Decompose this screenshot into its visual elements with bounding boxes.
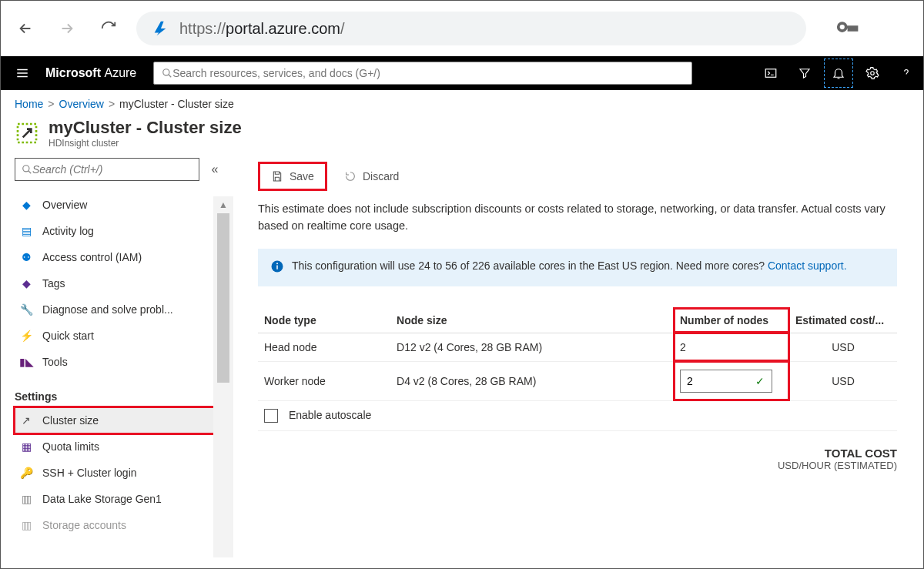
cluster-size-icon xyxy=(15,121,39,146)
settings-icon[interactable] xyxy=(855,56,889,90)
sidebar-item-tags[interactable]: ◆Tags xyxy=(15,270,224,296)
grid-icon: ▦ xyxy=(19,440,33,454)
sidebar-item-tools[interactable]: ▮◣Tools xyxy=(15,349,224,375)
search-icon xyxy=(22,164,32,175)
sidebar-item-quota[interactable]: ▦Quota limits xyxy=(15,433,224,460)
cloud-shell-icon[interactable] xyxy=(754,56,788,90)
lightning-icon: ⚡ xyxy=(19,329,33,343)
sidebar-item-quickstart[interactable]: ⚡Quick start xyxy=(15,323,224,349)
scroll-up-icon[interactable]: ▲ xyxy=(213,196,233,213)
col-node-type: Node type xyxy=(258,308,390,333)
save-icon xyxy=(271,170,283,182)
sidebar-item-diagnose[interactable]: 🔧Diagnose and solve probl... xyxy=(15,296,224,323)
sidebar-item-ssh[interactable]: 🔑SSH + Cluster login xyxy=(15,460,224,486)
crumb-overview[interactable]: Overview xyxy=(59,98,104,110)
svg-point-8 xyxy=(276,263,278,264)
cell-cost: USD xyxy=(789,361,897,400)
save-button[interactable]: Save xyxy=(258,162,327,191)
back-button[interactable] xyxy=(12,15,39,42)
filter-icon[interactable] xyxy=(788,56,822,90)
forward-button[interactable] xyxy=(53,15,81,42)
svg-point-3 xyxy=(871,72,875,75)
sidebar-item-adls[interactable]: ▥Data Lake Storage Gen1 xyxy=(15,486,224,512)
cell-num: 2 xyxy=(674,333,789,361)
wrench-icon: 🔧 xyxy=(19,303,33,316)
info-icon xyxy=(270,259,284,276)
hamburger-menu[interactable] xyxy=(7,66,38,80)
help-icon[interactable] xyxy=(889,56,923,90)
sidebar-item-cluster-size[interactable]: ↗Cluster size xyxy=(15,407,224,433)
storage-icon: ▥ xyxy=(19,518,33,532)
autoscale-label: Enable autoscale xyxy=(289,409,371,421)
col-node-size: Node size xyxy=(390,308,674,333)
scroll-thumb[interactable] xyxy=(217,213,229,383)
notifications-icon[interactable] xyxy=(822,56,855,90)
collapse-sidebar-icon[interactable]: « xyxy=(206,162,224,176)
password-key-icon[interactable] xyxy=(835,15,859,42)
tag-icon: ◆ xyxy=(19,276,33,290)
svg-point-5 xyxy=(23,166,29,172)
key-icon: 🔑 xyxy=(19,466,33,480)
browser-toolbar: https://portal.azure.com/ xyxy=(1,1,923,56)
svg-point-0 xyxy=(839,23,846,31)
sidebar-item-storage-accounts[interactable]: ▥Storage accounts xyxy=(15,512,224,538)
table-row: Head node D12 v2 (4 Cores, 28 GB RAM) 2 … xyxy=(258,333,897,361)
page-subtitle: HDInsight cluster xyxy=(49,138,242,149)
cell-size: D4 v2 (8 Cores, 28 GB RAM) xyxy=(390,361,674,400)
people-icon: ⚉ xyxy=(19,250,33,264)
crumb-current: myCluster - Cluster size xyxy=(119,98,234,110)
cell-size: D12 v2 (4 Cores, 28 GB RAM) xyxy=(390,333,674,361)
content-pane: Save Discard This estimate does not incl… xyxy=(232,155,923,562)
sidebar-search[interactable] xyxy=(15,158,199,181)
sidebar-item-overview[interactable]: ◆Overview xyxy=(15,192,224,218)
autoscale-checkbox[interactable] xyxy=(264,409,278,423)
svg-rect-7 xyxy=(276,265,278,269)
cell-num: ✓ xyxy=(674,361,789,400)
overview-icon: ◆ xyxy=(19,198,33,212)
autoscale-row: Enable autoscale xyxy=(258,400,897,430)
command-bar: Save Discard xyxy=(258,161,897,192)
totals: TOTAL COST USD/HOUR (ESTIMATED) xyxy=(258,447,897,471)
page-title: myCluster - Cluster size xyxy=(49,118,242,138)
search-icon xyxy=(162,68,172,79)
vs-icon: ▮◣ xyxy=(19,355,33,369)
azure-header: Microsoft Azure xyxy=(1,56,923,90)
crumb-home[interactable]: Home xyxy=(15,98,43,110)
storage-icon: ▥ xyxy=(19,492,33,506)
cost-disclaimer: This estimate does not include subscript… xyxy=(258,201,897,235)
scale-icon: ↗ xyxy=(19,413,33,427)
sidebar-search-input[interactable] xyxy=(32,163,192,176)
sidebar: « ◆Overview ▤Activity log ⚉Access contro… xyxy=(1,155,232,562)
contact-support-link[interactable]: Contact support. xyxy=(768,259,847,272)
page-header: myCluster - Cluster size HDInsight clust… xyxy=(1,118,923,155)
sidebar-item-iam[interactable]: ⚉Access control (IAM) xyxy=(15,244,224,270)
log-icon: ▤ xyxy=(19,224,33,238)
reload-button[interactable] xyxy=(95,15,122,42)
breadcrumb: Home > Overview > myCluster - Cluster si… xyxy=(1,90,923,118)
sidebar-scrollbar[interactable]: ▲ xyxy=(213,196,233,557)
cores-info-box: This configuration will use 24 to 56 of … xyxy=(258,249,897,286)
brand-label: Microsoft Azure xyxy=(38,66,144,80)
valid-check-icon: ✓ xyxy=(755,375,765,387)
cell-type: Worker node xyxy=(258,361,390,400)
col-cost: Estimated cost/... xyxy=(789,308,897,333)
sidebar-item-activity-log[interactable]: ▤Activity log xyxy=(15,218,224,244)
sidebar-section-settings: Settings xyxy=(15,387,224,406)
url-text: https://portal.azure.com/ xyxy=(179,20,345,38)
address-bar[interactable]: https://portal.azure.com/ xyxy=(136,12,806,45)
svg-point-1 xyxy=(163,69,169,75)
table-row: Worker node D4 v2 (8 Cores, 28 GB RAM) ✓… xyxy=(258,361,897,400)
discard-icon xyxy=(344,170,357,182)
discard-button[interactable]: Discard xyxy=(333,166,410,187)
nodes-table: Node type Node size Number of nodes Esti… xyxy=(258,308,897,431)
svg-rect-2 xyxy=(765,69,776,78)
global-search-input[interactable] xyxy=(172,67,684,79)
total-cost-unit: USD/HOUR (ESTIMATED) xyxy=(258,460,897,471)
cell-type: Head node xyxy=(258,333,390,361)
global-search[interactable] xyxy=(153,62,692,85)
total-cost-label: TOTAL COST xyxy=(258,447,897,460)
azure-logo-icon xyxy=(152,20,169,37)
cell-cost: USD xyxy=(789,333,897,361)
col-num-nodes: Number of nodes xyxy=(674,308,789,333)
